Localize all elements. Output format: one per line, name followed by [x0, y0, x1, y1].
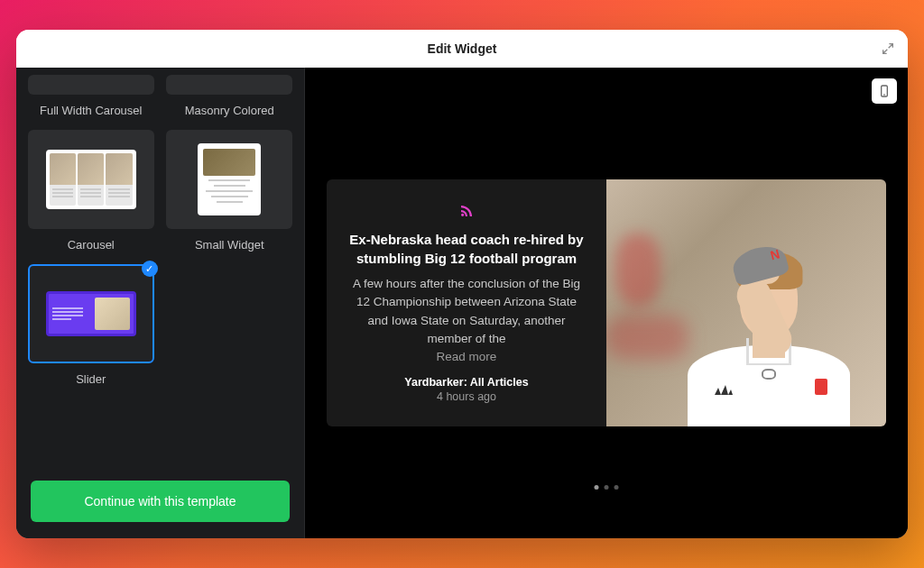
template-small-widget[interactable]: Small Widget	[166, 130, 294, 252]
adidas-logo-icon	[713, 382, 735, 395]
article-source: Yardbarker: All Articles	[404, 376, 528, 389]
template-label: Full Width Carousel	[40, 104, 142, 117]
content-area: Full Width Carousel Masonry Colored	[16, 68, 908, 538]
slider-preview-thumbnail	[46, 291, 136, 336]
template-carousel[interactable]: Carousel	[27, 130, 155, 252]
article-image	[606, 179, 886, 426]
template-full-width-carousel[interactable]: Full Width Carousel	[27, 75, 155, 117]
pagination-dot[interactable]	[614, 485, 619, 490]
preview-pane: Ex-Nebraska head coach re-hired by stumb…	[305, 68, 908, 538]
template-list: Full Width Carousel Masonry Colored	[16, 68, 304, 470]
article-title: Ex-Nebraska head coach re-hired by stumb…	[348, 230, 585, 268]
article-time: 4 hours ago	[437, 390, 496, 403]
widget-text-section: Ex-Nebraska head coach re-hired by stumb…	[327, 179, 606, 426]
expand-icon[interactable]	[881, 41, 895, 56]
carousel-preview-thumbnail	[46, 150, 136, 209]
modal-title: Edit Widget	[428, 41, 497, 56]
template-slider[interactable]: ✓ Slider	[27, 264, 155, 386]
template-label: Small Widget	[195, 238, 264, 252]
template-label: Carousel	[68, 238, 115, 252]
continue-button[interactable]: Continue with this template	[31, 481, 290, 522]
modal-window: Edit Widget Full Width Carousel Masonry …	[16, 30, 908, 538]
team-badge-icon	[815, 379, 827, 395]
read-more-link[interactable]: Read more	[437, 350, 497, 363]
slider-widget-preview: Ex-Nebraska head coach re-hired by stumb…	[327, 179, 886, 426]
template-masonry-colored[interactable]: Masonry Colored	[166, 75, 294, 117]
device-toggle-button[interactable]	[872, 78, 897, 104]
titlebar: Edit Widget	[16, 30, 908, 68]
slider-pagination[interactable]	[595, 485, 619, 490]
pagination-dot[interactable]	[595, 485, 599, 490]
template-label: Masonry Colored	[185, 104, 274, 117]
template-label: Slider	[76, 372, 106, 386]
check-icon: ✓	[142, 261, 158, 277]
rss-icon	[458, 203, 475, 219]
pagination-dot[interactable]	[605, 485, 609, 490]
template-sidebar: Full Width Carousel Masonry Colored	[16, 68, 305, 538]
small-widget-preview-thumbnail	[198, 143, 261, 215]
article-excerpt: A few hours after the conclusion of the …	[348, 275, 585, 348]
